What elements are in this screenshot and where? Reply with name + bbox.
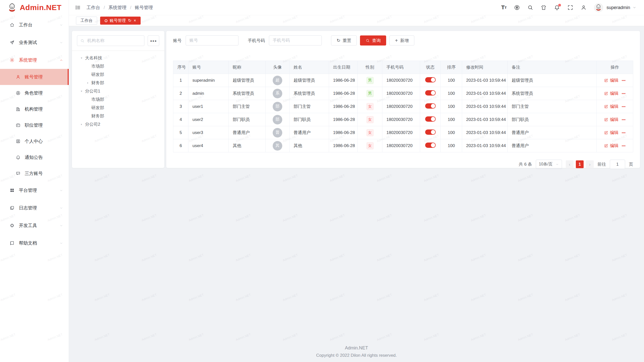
sidebar-item[interactable]: 业务测试 bbox=[0, 34, 69, 51]
sidebar-item[interactable]: 工作台 bbox=[0, 16, 69, 34]
more-actions-button[interactable]: ••• bbox=[622, 105, 626, 108]
edit-button[interactable]: 编辑 bbox=[604, 90, 619, 96]
caret-expanded-icon[interactable] bbox=[80, 57, 84, 60]
tree-node[interactable]: 市场部 bbox=[77, 95, 159, 104]
edit-icon bbox=[604, 144, 608, 148]
avatar: 超 bbox=[273, 76, 282, 85]
theme-button[interactable] bbox=[541, 5, 547, 11]
tab-label: 工作台 bbox=[80, 18, 93, 23]
tab-label: 账号管理 bbox=[110, 18, 126, 23]
sidebar-item[interactable]: 开发工具 bbox=[0, 217, 69, 234]
sidebar-subitem[interactable]: 机构管理 bbox=[0, 101, 69, 117]
more-actions-button[interactable]: ••• bbox=[622, 92, 626, 95]
org-search-input[interactable] bbox=[87, 38, 141, 43]
breadcrumb-item[interactable]: 账号管理 bbox=[135, 5, 153, 11]
font-size-icon[interactable]: TT bbox=[501, 5, 507, 10]
brand-logo[interactable]: Admin.NET bbox=[0, 0, 69, 15]
cell-account: superadmin bbox=[188, 74, 229, 87]
fullscreen-button[interactable] bbox=[567, 5, 573, 11]
search-button[interactable]: 查询 bbox=[360, 35, 386, 46]
close-icon[interactable]: × bbox=[134, 19, 136, 23]
breadcrumb-item[interactable]: 系统管理 bbox=[108, 5, 127, 11]
next-page-button[interactable]: › bbox=[586, 160, 594, 168]
account-filter-input[interactable] bbox=[186, 35, 238, 46]
sidebar-item[interactable]: 日志管理 bbox=[0, 199, 69, 217]
search-button[interactable] bbox=[527, 5, 533, 11]
breadcrumb-item[interactable]: 工作台 bbox=[87, 5, 100, 11]
tree-node[interactable]: 分公司2 bbox=[77, 120, 159, 128]
tree-node[interactable]: 研发部 bbox=[77, 104, 159, 112]
org-more-button[interactable]: ●●● bbox=[148, 35, 159, 46]
sidebar-subitem[interactable]: 角色管理 bbox=[0, 85, 69, 101]
tab[interactable]: 工作台 bbox=[76, 17, 97, 25]
tree-node[interactable]: 大名科技 bbox=[77, 54, 159, 62]
tab-active[interactable]: 账号管理↻× bbox=[100, 17, 141, 25]
status-toggle[interactable] bbox=[425, 129, 436, 135]
more-actions-button[interactable]: ••• bbox=[622, 79, 626, 82]
refresh-icon[interactable]: ↻ bbox=[128, 19, 131, 23]
tree-node[interactable]: 市场部 bbox=[77, 62, 159, 70]
bell-button[interactable] bbox=[554, 5, 560, 11]
table-row: 1superadmin超级管理员超超级管理员1986-06-28男1802003… bbox=[173, 74, 633, 87]
tabs-bar: 工作台账号管理↻× bbox=[69, 15, 644, 26]
sidebar-subitem[interactable]: 账号管理 bbox=[0, 69, 69, 85]
goto-page-input[interactable] bbox=[610, 160, 625, 169]
edit-button[interactable]: 编辑 bbox=[604, 104, 619, 109]
chevron-down-icon bbox=[59, 23, 63, 27]
sidebar-subitem[interactable]: 个人中心 bbox=[0, 133, 69, 149]
caret-collapsed-icon[interactable] bbox=[86, 81, 90, 84]
docs-icon bbox=[10, 241, 15, 246]
fold-menu-icon[interactable] bbox=[75, 5, 81, 11]
search-icon bbox=[366, 38, 370, 43]
status-toggle[interactable] bbox=[425, 116, 436, 122]
user-avatar[interactable] bbox=[594, 3, 603, 12]
status-toggle[interactable] bbox=[425, 77, 436, 82]
tree-node[interactable]: 财务部 bbox=[77, 79, 159, 87]
tree-node[interactable]: 分公司1 bbox=[77, 87, 159, 95]
sidebar-subitem[interactable]: 职位管理 bbox=[0, 117, 69, 133]
username[interactable]: superadmin bbox=[607, 5, 630, 10]
add-button[interactable]: + 新增 bbox=[389, 35, 414, 46]
tree-node[interactable]: 财务部 bbox=[77, 112, 159, 120]
more-actions-button[interactable]: ••• bbox=[622, 131, 626, 134]
phone-filter-input[interactable] bbox=[269, 35, 322, 46]
sidebar-item[interactable]: 平台管理 bbox=[0, 182, 69, 199]
search-icon bbox=[80, 39, 85, 43]
status-toggle[interactable] bbox=[425, 143, 436, 148]
cell-nickname: 系统管理员 bbox=[229, 87, 266, 100]
tree-node[interactable]: 研发部 bbox=[77, 70, 159, 79]
status-toggle[interactable] bbox=[425, 103, 436, 109]
language-button[interactable] bbox=[514, 5, 520, 11]
fold-menu-icon bbox=[75, 5, 81, 11]
edit-button[interactable]: 编辑 bbox=[604, 143, 619, 149]
platform-icon bbox=[10, 188, 15, 193]
user-button[interactable] bbox=[581, 5, 587, 11]
cell-operations: 编辑••• bbox=[597, 100, 633, 113]
sidebar-item[interactable]: 系统管理 bbox=[0, 51, 69, 69]
position-icon bbox=[16, 123, 21, 128]
edit-button[interactable]: 编辑 bbox=[604, 130, 619, 135]
sidebar-subitem[interactable]: 通知公告 bbox=[0, 149, 69, 165]
more-actions-button[interactable]: ••• bbox=[622, 144, 626, 148]
sidebar-subitem[interactable]: 三方账号 bbox=[0, 165, 69, 182]
page-size-value: 10条/页 bbox=[539, 162, 552, 167]
status-toggle[interactable] bbox=[425, 90, 436, 96]
reset-button[interactable]: ↻ 重置 bbox=[331, 35, 357, 46]
sidebar-item-label: 工作台 bbox=[19, 22, 59, 28]
caret-expanded-icon[interactable] bbox=[80, 90, 84, 93]
caret-collapsed-icon[interactable] bbox=[80, 123, 84, 126]
sidebar-item[interactable]: 帮助文档 bbox=[0, 234, 69, 252]
user-icon bbox=[16, 74, 21, 79]
refresh-icon: ↻ bbox=[337, 38, 340, 43]
chevron-down-icon[interactable] bbox=[632, 6, 636, 10]
current-page-button[interactable]: 1 bbox=[576, 160, 584, 168]
page-footer: Admin.NET Copyright © 2022 Dilon All rig… bbox=[69, 345, 644, 358]
prev-page-button[interactable]: ‹ bbox=[566, 160, 574, 168]
edit-button[interactable]: 编辑 bbox=[604, 117, 619, 122]
page-size-select[interactable]: 10条/页 bbox=[536, 160, 562, 169]
plus-icon: + bbox=[395, 38, 398, 43]
edit-button[interactable]: 编辑 bbox=[604, 77, 619, 83]
org-search-field[interactable] bbox=[77, 35, 144, 46]
more-actions-button[interactable]: ••• bbox=[622, 118, 626, 121]
divider bbox=[72, 51, 164, 51]
